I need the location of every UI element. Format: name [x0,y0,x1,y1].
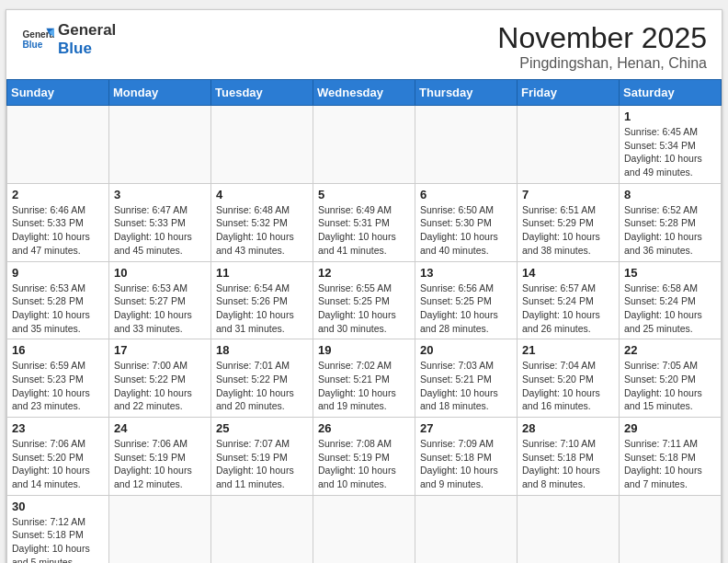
day-number: 17 [114,343,206,357]
day-number: 13 [420,266,512,280]
day-number: 8 [624,188,716,201]
day-number: 19 [318,343,410,357]
calendar-table: SundayMondayTuesdayWednesdayThursdayFrid… [6,79,722,563]
day-cell [109,495,211,563]
week-row-0: 1Sunrise: 6:45 AMSunset: 5:34 PMDaylight… [7,106,722,184]
day-cell: 18Sunrise: 7:01 AMSunset: 5:22 PMDayligh… [211,339,313,418]
day-info: Sunrise: 6:45 AMSunset: 5:34 PMDaylight:… [624,125,716,179]
day-cell: 10Sunrise: 6:53 AMSunset: 5:27 PMDayligh… [109,261,211,339]
day-cell: 19Sunrise: 7:02 AMSunset: 5:21 PMDayligh… [313,339,415,418]
weekday-header-row: SundayMondayTuesdayWednesdayThursdayFrid… [7,80,722,106]
day-info: Sunrise: 7:01 AMSunset: 5:22 PMDaylight:… [216,359,308,413]
day-number: 20 [420,343,512,357]
weekday-header-wednesday: Wednesday [313,80,415,106]
day-number: 26 [318,421,410,435]
day-info: Sunrise: 7:11 AMSunset: 5:18 PMDaylight:… [624,437,716,491]
day-info: Sunrise: 6:58 AMSunset: 5:24 PMDaylight:… [624,282,716,336]
day-info: Sunrise: 6:52 AMSunset: 5:28 PMDaylight:… [624,203,716,258]
day-cell [7,106,109,184]
week-row-4: 23Sunrise: 7:06 AMSunset: 5:20 PMDayligh… [7,418,722,496]
day-cell [313,106,415,184]
day-cell: 20Sunrise: 7:03 AMSunset: 5:21 PMDayligh… [415,339,518,418]
calendar-container: General Blue General Blue November 2025 … [6,9,722,563]
day-cell: 22Sunrise: 7:05 AMSunset: 5:20 PMDayligh… [620,339,722,418]
day-cell: 24Sunrise: 7:06 AMSunset: 5:19 PMDayligh… [109,418,211,496]
day-number: 2 [12,188,104,201]
month-title: November 2025 [497,21,707,55]
day-number: 5 [318,188,410,201]
day-cell: 5Sunrise: 6:49 AMSunset: 5:31 PMDaylight… [313,183,415,261]
day-cell: 2Sunrise: 6:46 AMSunset: 5:33 PMDaylight… [7,183,109,261]
day-cell: 7Sunrise: 6:51 AMSunset: 5:29 PMDaylight… [518,183,620,261]
day-cell: 13Sunrise: 6:56 AMSunset: 5:25 PMDayligh… [415,261,518,339]
day-cell: 28Sunrise: 7:10 AMSunset: 5:18 PMDayligh… [518,418,620,496]
day-number: 16 [12,343,104,357]
day-cell: 29Sunrise: 7:11 AMSunset: 5:18 PMDayligh… [620,418,722,496]
day-cell: 6Sunrise: 6:50 AMSunset: 5:30 PMDaylight… [415,183,518,261]
day-number: 14 [522,266,614,280]
day-info: Sunrise: 6:53 AMSunset: 5:27 PMDaylight:… [114,282,206,336]
day-cell: 25Sunrise: 7:07 AMSunset: 5:19 PMDayligh… [211,418,313,496]
week-row-3: 16Sunrise: 6:59 AMSunset: 5:23 PMDayligh… [7,339,722,418]
day-cell [415,495,518,563]
weekday-header-saturday: Saturday [620,80,722,106]
day-number: 22 [624,343,716,357]
day-cell: 26Sunrise: 7:08 AMSunset: 5:19 PMDayligh… [313,418,415,496]
weekday-header-sunday: Sunday [7,80,109,106]
day-number: 25 [216,421,308,435]
day-cell [415,106,518,184]
day-cell: 1Sunrise: 6:45 AMSunset: 5:34 PMDaylight… [620,106,722,184]
day-number: 27 [420,421,512,435]
day-cell: 16Sunrise: 6:59 AMSunset: 5:23 PMDayligh… [7,339,109,418]
week-row-2: 9Sunrise: 6:53 AMSunset: 5:28 PMDaylight… [7,261,722,339]
day-number: 6 [420,188,512,201]
day-cell: 17Sunrise: 7:00 AMSunset: 5:22 PMDayligh… [109,339,211,418]
day-number: 1 [624,109,716,123]
day-cell: 3Sunrise: 6:47 AMSunset: 5:33 PMDaylight… [109,183,211,261]
day-info: Sunrise: 6:47 AMSunset: 5:33 PMDaylight:… [114,203,206,258]
logo-general-text: General [58,21,116,40]
day-info: Sunrise: 6:54 AMSunset: 5:26 PMDaylight:… [216,282,308,336]
day-cell: 27Sunrise: 7:09 AMSunset: 5:18 PMDayligh… [415,418,518,496]
day-cell [620,495,722,563]
day-info: Sunrise: 6:56 AMSunset: 5:25 PMDaylight:… [420,282,512,336]
day-cell: 8Sunrise: 6:52 AMSunset: 5:28 PMDaylight… [620,183,722,261]
day-cell: 12Sunrise: 6:55 AMSunset: 5:25 PMDayligh… [313,261,415,339]
day-cell: 15Sunrise: 6:58 AMSunset: 5:24 PMDayligh… [620,261,722,339]
day-info: Sunrise: 7:06 AMSunset: 5:20 PMDaylight:… [12,437,104,491]
svg-text:Blue: Blue [22,40,42,51]
title-section: November 2025 Pingdingshan, Henan, China [497,21,707,72]
day-info: Sunrise: 6:59 AMSunset: 5:23 PMDaylight:… [12,359,104,413]
weekday-header-friday: Friday [518,80,620,106]
day-info: Sunrise: 7:03 AMSunset: 5:21 PMDaylight:… [420,359,512,413]
day-cell [518,106,620,184]
day-cell: 14Sunrise: 6:57 AMSunset: 5:24 PMDayligh… [518,261,620,339]
day-number: 3 [114,188,206,201]
day-info: Sunrise: 6:50 AMSunset: 5:30 PMDaylight:… [420,203,512,258]
day-info: Sunrise: 6:51 AMSunset: 5:29 PMDaylight:… [522,203,614,258]
day-info: Sunrise: 6:55 AMSunset: 5:25 PMDaylight:… [318,282,410,336]
day-info: Sunrise: 7:04 AMSunset: 5:20 PMDaylight:… [522,359,614,413]
day-cell [518,495,620,563]
day-info: Sunrise: 7:08 AMSunset: 5:19 PMDaylight:… [318,437,410,491]
weekday-header-thursday: Thursday [415,80,518,106]
day-number: 29 [624,421,716,435]
day-info: Sunrise: 7:12 AMSunset: 5:18 PMDaylight:… [12,515,104,563]
day-number: 9 [12,266,104,280]
day-number: 12 [318,266,410,280]
weekday-header-tuesday: Tuesday [211,80,313,106]
day-cell [211,106,313,184]
day-number: 7 [522,188,614,201]
day-info: Sunrise: 6:48 AMSunset: 5:32 PMDaylight:… [216,203,308,258]
day-cell: 30Sunrise: 7:12 AMSunset: 5:18 PMDayligh… [7,495,109,563]
day-cell [211,495,313,563]
day-cell: 9Sunrise: 6:53 AMSunset: 5:28 PMDaylight… [7,261,109,339]
day-info: Sunrise: 6:57 AMSunset: 5:24 PMDaylight:… [522,282,614,336]
weekday-header-monday: Monday [109,80,211,106]
calendar-header: General Blue General Blue November 2025 … [6,10,722,79]
day-number: 11 [216,266,308,280]
day-info: Sunrise: 6:46 AMSunset: 5:33 PMDaylight:… [12,203,104,258]
day-number: 18 [216,343,308,357]
week-row-1: 2Sunrise: 6:46 AMSunset: 5:33 PMDaylight… [7,183,722,261]
day-info: Sunrise: 7:02 AMSunset: 5:21 PMDaylight:… [318,359,410,413]
